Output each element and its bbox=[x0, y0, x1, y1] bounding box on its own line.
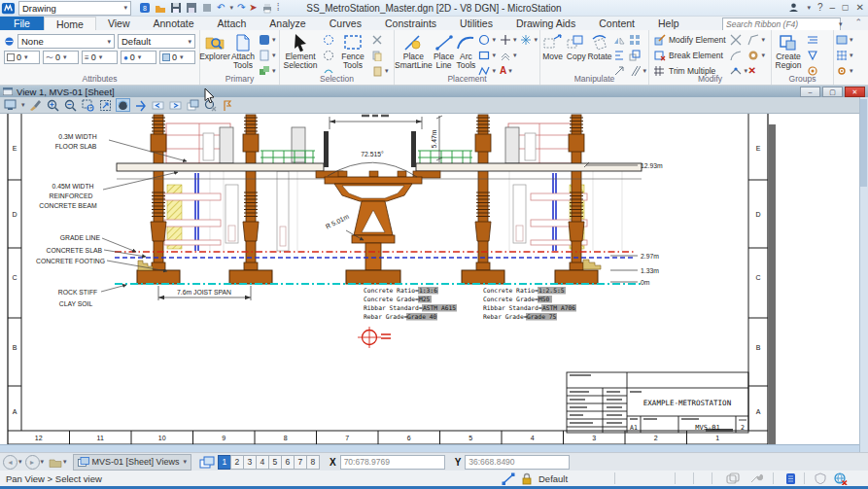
tab-constraints[interactable]: Constraints bbox=[373, 17, 448, 30]
search-caret-icon[interactable]: ▾ bbox=[839, 20, 843, 28]
connection-status-icon[interactable] bbox=[834, 472, 848, 485]
update-view-button[interactable] bbox=[28, 98, 43, 112]
place-multiline-tool[interactable]: ▾ bbox=[500, 48, 517, 62]
fit-view-button[interactable] bbox=[98, 98, 113, 112]
drawing-canvas[interactable]: E D C B A E D C B A 12 11 10 9 8 7 6 5 4… bbox=[0, 114, 859, 444]
view-next-button[interactable] bbox=[168, 98, 183, 112]
view-window-titlebar[interactable]: View 1, MVS-01 [Sheet] – ▢ ✕ bbox=[0, 86, 868, 97]
scale-tool[interactable] bbox=[629, 48, 646, 62]
place-block-tool[interactable]: ▾ bbox=[478, 48, 496, 62]
zoom-out-button[interactable] bbox=[63, 98, 78, 112]
view-number-3[interactable]: 3 bbox=[243, 455, 257, 470]
attach-tools-button[interactable]: Attach Tools bbox=[229, 32, 257, 78]
tab-analyze[interactable]: Analyze bbox=[258, 17, 317, 30]
tab-drawing-aids[interactable]: Drawing Aids bbox=[504, 17, 587, 30]
select-by-circle-tool[interactable] bbox=[323, 32, 334, 47]
more-commands-icon[interactable]: ⁞ bbox=[277, 3, 280, 13]
pin-icon[interactable]: ➤ bbox=[249, 3, 257, 13]
add-to-graphic-group-tool[interactable] bbox=[807, 48, 818, 62]
cut-tool[interactable] bbox=[371, 32, 389, 47]
align-tool[interactable] bbox=[613, 48, 625, 62]
workflow-combo[interactable]: Drawing▾ bbox=[18, 1, 131, 16]
design-history-icon[interactable] bbox=[785, 472, 796, 485]
save-settings-icon[interactable] bbox=[186, 2, 197, 14]
place-active-point-tool[interactable]: ▾ bbox=[500, 32, 517, 47]
undo-caret-icon[interactable]: ▾ bbox=[229, 4, 233, 12]
tab-home[interactable]: Home bbox=[44, 17, 96, 30]
view-number-5[interactable]: 5 bbox=[268, 455, 282, 470]
minimize-button[interactable]: – bbox=[829, 2, 835, 13]
tab-annotate[interactable]: Annotate bbox=[142, 17, 206, 30]
mirror-tool[interactable] bbox=[613, 32, 625, 47]
fillet-tool[interactable] bbox=[730, 48, 747, 62]
help-icon[interactable]: ? bbox=[817, 2, 823, 13]
grid-extras-tool[interactable]: ▾ bbox=[836, 48, 866, 62]
view-close-button[interactable]: ✕ bbox=[845, 87, 865, 97]
arc-tools-button[interactable]: Arc Tools bbox=[455, 32, 476, 78]
ribbon-search[interactable]: ▾ bbox=[722, 17, 841, 31]
standards-shield-icon[interactable] bbox=[815, 472, 826, 484]
user-caret-icon[interactable]: ▾ bbox=[807, 4, 811, 12]
view-number-1[interactable]: 1 bbox=[218, 455, 231, 470]
place-line-button[interactable]: Place Line bbox=[433, 32, 456, 78]
view-menu-icon[interactable] bbox=[3, 87, 13, 95]
extend-tool[interactable] bbox=[730, 32, 747, 47]
active-level-combo[interactable]: None▾ bbox=[17, 34, 115, 49]
collapse-ribbon-icon[interactable]: ⌃ bbox=[854, 17, 862, 27]
copy-button[interactable]: Copy bbox=[565, 32, 587, 78]
active-style-combo[interactable]: Default▾ bbox=[118, 34, 195, 49]
pan-view-button[interactable] bbox=[133, 98, 148, 112]
lock-icon[interactable] bbox=[521, 472, 533, 485]
chamfer-tool[interactable]: ▾ bbox=[747, 32, 765, 47]
hatch-area-tool[interactable]: ▾ bbox=[747, 48, 765, 62]
user-account-icon[interactable] bbox=[788, 2, 799, 13]
views-dropdown-button[interactable]: MVS-01 [Sheet] Views ▾ bbox=[73, 454, 191, 471]
tab-curves[interactable]: Curves bbox=[318, 17, 373, 30]
view-history-folder-icon[interactable] bbox=[49, 457, 62, 468]
folder-caret-icon[interactable]: ▾ bbox=[63, 458, 67, 466]
create-region-button[interactable]: Create Region bbox=[772, 32, 805, 78]
active-transparency-combo[interactable]: 0▾ bbox=[159, 51, 195, 64]
close-button[interactable]: ✕ bbox=[856, 2, 864, 13]
undo-icon[interactable]: ↶ bbox=[217, 3, 225, 13]
vertical-scrollbar-thumb[interactable] bbox=[860, 99, 867, 187]
active-weight-combo[interactable]: ≡0▾ bbox=[82, 51, 118, 64]
fence-tools-button[interactable]: Fence Tools bbox=[336, 32, 369, 78]
tools-icon[interactable] bbox=[749, 472, 763, 484]
settings-extras-tool[interactable]: ▾ bbox=[836, 63, 866, 78]
rotate-button[interactable]: Rotate bbox=[587, 32, 611, 78]
tab-attach[interactable]: Attach bbox=[206, 17, 259, 30]
view-minimize-button[interactable]: – bbox=[800, 87, 820, 97]
view-number-2[interactable]: 2 bbox=[230, 455, 244, 470]
back-caret-icon[interactable]: ▾ bbox=[18, 458, 22, 466]
move-button[interactable]: Move bbox=[540, 32, 565, 78]
selection-extras-tool[interactable]: ▾ bbox=[836, 32, 866, 47]
search-input[interactable] bbox=[723, 19, 838, 29]
compress-icon[interactable] bbox=[201, 2, 213, 14]
tab-file[interactable]: File bbox=[0, 17, 44, 30]
view-previous-button[interactable] bbox=[151, 98, 165, 112]
active-color-combo[interactable]: 0▾ bbox=[4, 51, 40, 64]
tab-content[interactable]: Content bbox=[587, 17, 646, 30]
v8-icon[interactable]: 8 bbox=[139, 2, 151, 14]
new-file-icon[interactable] bbox=[155, 2, 166, 14]
active-level-indicator[interactable]: Default bbox=[538, 473, 568, 484]
x-coordinate-field[interactable] bbox=[340, 455, 445, 470]
element-selection-button[interactable]: Element Selection bbox=[280, 32, 321, 78]
view-groups-icon[interactable] bbox=[199, 456, 215, 469]
clip-mask-button[interactable] bbox=[221, 98, 235, 112]
view-restore-button[interactable]: ▢ bbox=[822, 87, 843, 97]
restore-button[interactable]: ▢ bbox=[842, 3, 850, 12]
copy-view-button[interactable] bbox=[186, 98, 200, 112]
forward-caret-icon[interactable]: ▾ bbox=[41, 458, 45, 466]
view-back-button[interactable]: ◂ bbox=[3, 455, 17, 470]
element-info-tool[interactable]: ▾ bbox=[259, 48, 276, 62]
zoom-in-button[interactable] bbox=[46, 98, 60, 112]
save-icon[interactable] bbox=[170, 2, 182, 14]
print-icon[interactable] bbox=[261, 3, 273, 14]
display-mode-caret-icon[interactable]: ▾ bbox=[21, 101, 25, 109]
sheet-drawing[interactable]: E D C B A E D C B A 12 11 10 9 8 7 6 5 4… bbox=[0, 114, 859, 444]
rotate-view-button[interactable] bbox=[116, 98, 130, 112]
saved-selections-icon[interactable] bbox=[726, 472, 740, 484]
tab-view[interactable]: View bbox=[96, 17, 142, 30]
